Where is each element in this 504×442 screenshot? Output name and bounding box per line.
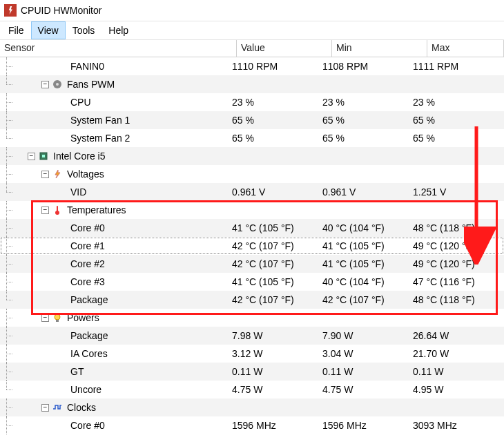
max-fanin0: 1111 RPM xyxy=(409,61,504,72)
label-clocks: Clocks xyxy=(66,402,96,413)
row-sysfan1[interactable]: System Fan 1 65 % 65 % 65 % xyxy=(0,111,504,129)
row-iacores[interactable]: IA Cores 3.12 W 3.04 W 21.70 W xyxy=(0,345,504,363)
row-vid[interactable]: VID 0.961 V 0.961 V 1.251 V xyxy=(0,183,504,201)
val-vid: 0.961 V xyxy=(228,186,318,198)
label-core2: Core #2 xyxy=(69,258,105,269)
min-core1: 41 °C (105 °F) xyxy=(318,240,409,251)
bulb-icon xyxy=(52,312,63,323)
max-core1: 49 °C (120 °F) xyxy=(409,240,504,251)
label-temps: Temperatures xyxy=(66,204,126,215)
label-vid: VID xyxy=(69,186,86,198)
label-powers: Powers xyxy=(66,312,99,323)
max-sysfan2: 65 % xyxy=(409,133,504,144)
table-body: FANIN0 1110 RPM 1108 RPM 1111 RPM − Fans… xyxy=(0,57,504,434)
max-cpu-pwm: 23 % xyxy=(409,97,504,108)
app-title: CPUID HWMonitor xyxy=(21,5,101,16)
min-sysfan2: 65 % xyxy=(318,133,409,144)
max-core3: 47 °C (116 °F) xyxy=(409,276,504,287)
expander-powers[interactable]: − xyxy=(41,314,49,322)
min-pkg-temp: 42 °C (107 °F) xyxy=(318,294,409,305)
label-cpu: Intel Core i5 xyxy=(52,151,105,162)
min-sysfan1: 65 % xyxy=(318,115,409,126)
max-core0: 48 °C (118 °F) xyxy=(409,222,504,233)
svg-rect-4 xyxy=(57,206,58,211)
row-powers[interactable]: − Powers xyxy=(0,309,504,327)
row-uncore[interactable]: Uncore 4.75 W 4.75 W 4.95 W xyxy=(0,381,504,398)
label-voltages: Voltages xyxy=(66,169,104,180)
row-fanspwm[interactable]: − Fans PWM xyxy=(0,75,504,93)
row-cpu[interactable]: − Intel Core i5 xyxy=(0,147,504,165)
row-core3[interactable]: Core #3 41 °C (105 °F) 40 °C (104 °F) 47… xyxy=(0,273,504,291)
min-fanin0: 1108 RPM xyxy=(318,61,409,72)
menu-tools[interactable]: Tools xyxy=(66,21,102,39)
menu-view[interactable]: View xyxy=(31,21,66,39)
max-clock-core0: 3093 MHz xyxy=(409,420,504,431)
row-pkg-power[interactable]: Package 7.98 W 7.90 W 26.64 W xyxy=(0,327,504,345)
val-cpu-pwm: 23 % xyxy=(228,97,318,108)
min-core0: 40 °C (104 °F) xyxy=(318,222,409,233)
expander-clocks[interactable]: − xyxy=(41,404,49,412)
label-sysfan2: System Fan 2 xyxy=(69,133,130,144)
header-value[interactable]: Value xyxy=(237,40,332,57)
header-sensor[interactable]: Sensor xyxy=(0,40,237,57)
header-min[interactable]: Min xyxy=(332,40,427,57)
row-voltages[interactable]: − Voltages xyxy=(0,165,504,183)
max-iacores: 21.70 W xyxy=(409,348,504,359)
val-sysfan2: 65 % xyxy=(228,133,318,144)
svg-rect-3 xyxy=(42,155,45,157)
row-core1[interactable]: Core #1 42 °C (107 °F) 41 °C (105 °F) 49… xyxy=(0,237,504,255)
row-cpu-pwm[interactable]: CPU 23 % 23 % 23 % xyxy=(0,93,504,111)
label-iacores: IA Cores xyxy=(69,348,108,359)
menu-file[interactable]: File xyxy=(1,21,31,39)
val-uncore: 4.75 W xyxy=(228,384,318,395)
val-iacores: 3.12 W xyxy=(228,348,318,359)
expander-fanspwm[interactable]: − xyxy=(41,81,49,88)
label-fanspwm: Fans PWM xyxy=(66,79,115,90)
val-core2: 42 °C (107 °F) xyxy=(228,258,318,269)
header-max[interactable]: Max xyxy=(427,40,504,57)
label-gt: GT xyxy=(69,366,84,377)
wave-icon xyxy=(52,402,63,413)
row-core2[interactable]: Core #2 42 °C (107 °F) 41 °C (105 °F) 49… xyxy=(0,255,504,273)
label-fanin0: FANIN0 xyxy=(69,61,104,72)
min-core3: 40 °C (104 °F) xyxy=(318,276,409,287)
menu-help[interactable]: Help xyxy=(101,21,135,39)
row-core0[interactable]: Core #0 41 °C (105 °F) 40 °C (104 °F) 48… xyxy=(0,219,504,237)
fan-icon xyxy=(52,79,63,90)
val-fanin0: 1110 RPM xyxy=(228,61,318,72)
row-temperatures[interactable]: − Temperatures xyxy=(0,201,504,219)
svg-point-5 xyxy=(55,211,59,215)
row-sysfan2[interactable]: System Fan 2 65 % 65 % 65 % xyxy=(0,129,504,147)
expander-voltages[interactable]: − xyxy=(41,171,49,178)
val-gt: 0.11 W xyxy=(228,366,318,377)
min-uncore: 4.75 W xyxy=(318,384,409,395)
label-sysfan1: System Fan 1 xyxy=(69,115,130,126)
row-fanin0[interactable]: FANIN0 1110 RPM 1108 RPM 1111 RPM xyxy=(0,57,504,75)
expander-temps[interactable]: − xyxy=(41,206,49,214)
min-gt: 0.11 W xyxy=(318,366,409,377)
max-uncore: 4.95 W xyxy=(409,384,504,395)
max-vid: 1.251 V xyxy=(409,186,504,198)
row-package-temp[interactable]: Package 42 °C (107 °F) 42 °C (107 °F) 48… xyxy=(0,291,504,309)
label-core0: Core #0 xyxy=(69,222,105,233)
label-pkg-power: Package xyxy=(69,330,108,341)
max-pkg-power: 26.64 W xyxy=(409,330,504,341)
val-core3: 41 °C (105 °F) xyxy=(228,276,318,287)
max-gt: 0.11 W xyxy=(409,366,504,377)
min-vid: 0.961 V xyxy=(318,186,409,198)
label-core3: Core #3 xyxy=(69,276,105,287)
min-cpu-pwm: 23 % xyxy=(318,97,409,108)
max-pkg-temp: 48 °C (118 °F) xyxy=(409,294,504,305)
expander-cpu[interactable]: − xyxy=(28,153,35,160)
svg-point-1 xyxy=(56,83,59,86)
val-core1: 42 °C (107 °F) xyxy=(228,240,318,251)
label-pkg-temp: Package xyxy=(69,294,108,305)
min-pkg-power: 7.90 W xyxy=(318,330,409,341)
row-clocks[interactable]: − Clocks xyxy=(0,398,504,416)
chip-icon xyxy=(38,151,49,162)
label-core1: Core #1 xyxy=(69,240,105,251)
thermometer-icon xyxy=(52,204,63,215)
row-gt[interactable]: GT 0.11 W 0.11 W 0.11 W xyxy=(0,363,504,381)
label-uncore: Uncore xyxy=(69,384,101,395)
row-clock-core0[interactable]: Core #0 1596 MHz 1596 MHz 3093 MHz xyxy=(0,416,504,434)
